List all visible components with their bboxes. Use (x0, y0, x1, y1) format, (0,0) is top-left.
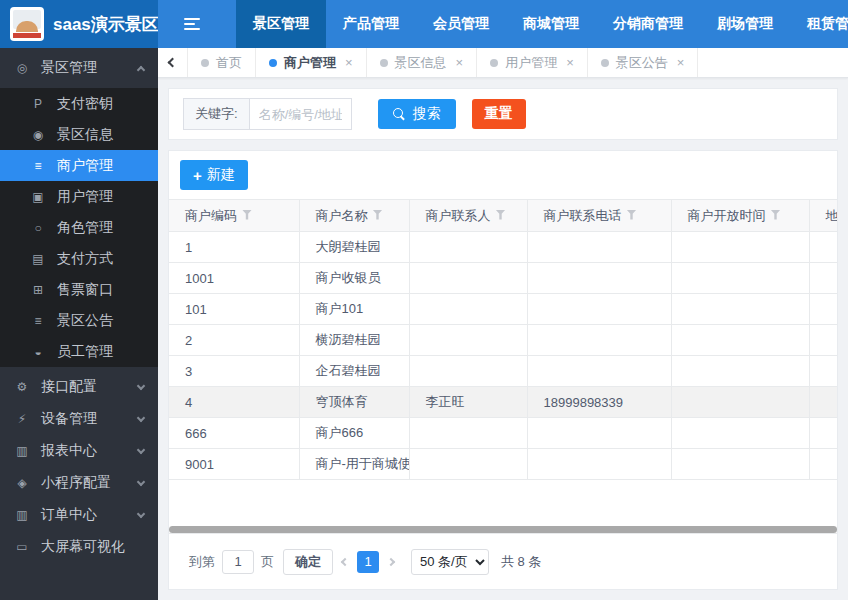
search-button-label: 搜索 (413, 105, 441, 123)
table-cell (527, 356, 671, 387)
sidebar-item-用户管理[interactable]: ▣用户管理 (0, 181, 158, 212)
filter-icon[interactable] (242, 210, 252, 220)
sidebar-item-支付密钥[interactable]: P支付密钥 (0, 88, 158, 119)
sidebar-item-员工管理[interactable]: ◒员工管理 (0, 336, 158, 367)
close-icon[interactable]: × (677, 55, 685, 70)
page-size-select[interactable]: 50 条/页 (411, 549, 489, 575)
sidebar-item-小程序配置[interactable]: ◈小程序配置 (0, 467, 158, 499)
sidebar-item-报表中心[interactable]: ▥报表中心 (0, 435, 158, 467)
column-header-商户联系人[interactable]: 商户联系人 (409, 200, 527, 232)
tab-用户管理[interactable]: 用户管理× (477, 48, 588, 77)
nav-item-商城管理[interactable]: 商城管理 (506, 0, 596, 48)
table-cell: 商户-用于商城使用 (299, 449, 409, 480)
search-input[interactable] (250, 98, 352, 130)
sidebar-item-label: 支付密钥 (57, 95, 113, 113)
nav-item-租赁管理[interactable]: 租赁管理 (790, 0, 848, 48)
header-nav: 景区管理产品管理会员管理商城管理分销商管理剧场管理租赁管理 (236, 0, 848, 48)
tabs-back-button[interactable] (158, 48, 188, 77)
sidebar-group-label: 景区管理 (41, 59, 97, 77)
table-cell (809, 294, 837, 325)
table-cell: 企石碧桂园 (299, 356, 409, 387)
column-header-label: 地址 (826, 208, 838, 223)
column-header-商户名称[interactable]: 商户名称 (299, 200, 409, 232)
menu-fold-icon[interactable] (184, 0, 200, 48)
close-icon[interactable]: × (345, 55, 353, 70)
screen-icon: ▭ (14, 540, 30, 554)
miniprogram-icon: ◈ (14, 476, 30, 490)
tab-景区信息[interactable]: 景区信息× (367, 48, 478, 77)
table-cell (671, 263, 809, 294)
table-cell (409, 356, 527, 387)
column-header-地址[interactable]: 地址 (809, 200, 837, 232)
table-header-row: 商户编码商户名称商户联系人商户联系电话商户开放时间地址 (169, 200, 837, 232)
tab-label: 用户管理 (505, 54, 557, 72)
column-header-label: 商户名称 (316, 208, 368, 223)
nav-item-景区管理[interactable]: 景区管理 (236, 0, 326, 48)
sidebar-item-景区信息[interactable]: ◉景区信息 (0, 119, 158, 150)
sidebar-item-接口配置[interactable]: ⚙接口配置 (0, 371, 158, 403)
sidebar-item-售票窗口[interactable]: ⊞售票窗口 (0, 274, 158, 305)
content-area: 关键字: 搜索 重置 + 新建 (158, 78, 848, 600)
nav-item-分销商管理[interactable]: 分销商管理 (596, 0, 700, 48)
tab-首页[interactable]: 首页 (188, 48, 256, 77)
close-icon[interactable]: × (456, 55, 464, 70)
table-wrap: 商户编码商户名称商户联系人商户联系电话商户开放时间地址 1大朗碧桂园1001商户… (169, 199, 837, 526)
table-cell (409, 263, 527, 294)
filter-icon[interactable] (373, 210, 383, 220)
column-header-商户编码[interactable]: 商户编码 (169, 200, 299, 232)
sidebar-item-景区公告[interactable]: ≡景区公告 (0, 305, 158, 336)
filter-icon[interactable] (627, 210, 637, 220)
tab-dot (269, 59, 277, 67)
sidebar-sections: ⚙接口配置⚡设备管理▥报表中心◈小程序配置▥订单中心▭大屏幕可视化 (0, 367, 158, 563)
confirm-button[interactable]: 确定 (283, 549, 333, 575)
table-toolbar: + 新建 (169, 151, 837, 199)
new-button[interactable]: + 新建 (180, 160, 248, 190)
sidebar-group-scenic[interactable]: ◎ 景区管理 (0, 48, 158, 88)
filter-icon[interactable] (771, 210, 781, 220)
logo-area: saas演示景区 (0, 0, 158, 48)
nav-item-产品管理[interactable]: 产品管理 (326, 0, 416, 48)
search-button[interactable]: 搜索 (378, 99, 456, 129)
tab-label: 景区信息 (395, 54, 447, 72)
table-cell (527, 325, 671, 356)
next-page-button[interactable] (388, 559, 394, 565)
horizontal-scrollbar[interactable] (169, 526, 837, 533)
column-header-商户开放时间[interactable]: 商户开放时间 (671, 200, 809, 232)
nav-item-会员管理[interactable]: 会员管理 (416, 0, 506, 48)
table-cell (671, 325, 809, 356)
sidebar-item-设备管理[interactable]: ⚡设备管理 (0, 403, 158, 435)
sidebar-item-大屏幕可视化[interactable]: ▭大屏幕可视化 (0, 531, 158, 563)
tab-dot (201, 59, 209, 67)
table-cell (409, 449, 527, 480)
sidebar-item-角色管理[interactable]: ○角色管理 (0, 212, 158, 243)
sidebar-item-商户管理[interactable]: ≡商户管理 (0, 150, 158, 181)
sidebar-item-订单中心[interactable]: ▥订单中心 (0, 499, 158, 531)
app-logo (10, 7, 44, 41)
sidebar-item-label: 报表中心 (41, 442, 97, 460)
tab-label: 景区公告 (616, 54, 668, 72)
column-header-商户联系电话[interactable]: 商户联系电话 (527, 200, 671, 232)
table-cell: 穹顶体育 (299, 387, 409, 418)
table-cell (527, 232, 671, 263)
order-icon: ▥ (14, 508, 30, 522)
reset-button[interactable]: 重置 (472, 99, 526, 129)
table-row: 2横沥碧桂园 (169, 325, 837, 356)
table-row: 9001商户-用于商城使用 (169, 449, 837, 480)
tab-商户管理[interactable]: 商户管理× (256, 48, 367, 77)
search-panel: 关键字: 搜索 重置 (168, 88, 838, 140)
tab-景区公告[interactable]: 景区公告× (588, 48, 699, 77)
scrollbar-thumb[interactable] (169, 526, 837, 533)
prev-page-button[interactable] (342, 559, 348, 565)
sidebar-item-支付方式[interactable]: ▤支付方式 (0, 243, 158, 274)
nav-item-剧场管理[interactable]: 剧场管理 (700, 0, 790, 48)
table-cell: 大朗碧桂园 (299, 232, 409, 263)
table-cell: 101 (169, 294, 299, 325)
column-header-label: 商户联系电话 (544, 208, 622, 223)
filter-icon[interactable] (496, 210, 506, 220)
page-number-input[interactable] (222, 550, 254, 574)
logo-art (16, 21, 38, 32)
close-icon[interactable]: × (566, 55, 574, 70)
column-header-label: 商户编码 (185, 208, 237, 223)
current-page-button[interactable]: 1 (357, 551, 379, 573)
top-header: saas演示景区 景区管理产品管理会员管理商城管理分销商管理剧场管理租赁管理 (0, 0, 848, 48)
